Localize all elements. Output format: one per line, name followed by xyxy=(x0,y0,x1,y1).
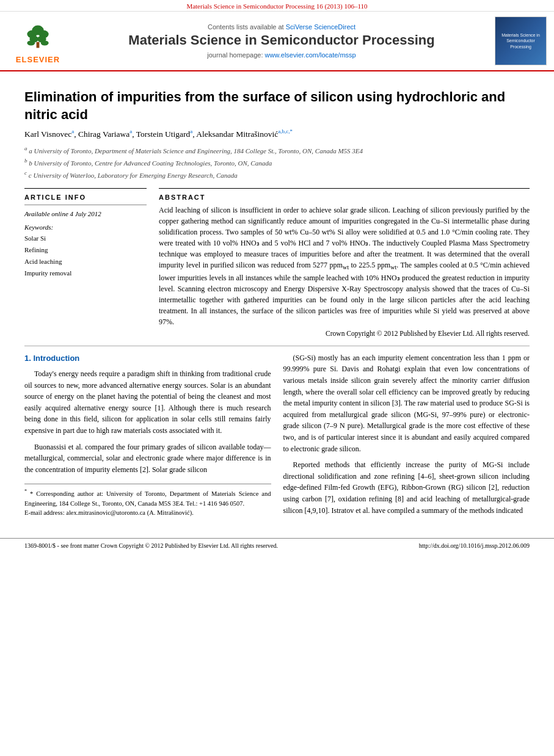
body-content: 1. Introduction Today's energy needs req… xyxy=(24,352,530,521)
abstract-section: ABSTRACT Acid leaching of silicon is ins… xyxy=(159,188,530,336)
journal-bar: Materials Science in Semiconductor Proce… xyxy=(0,0,554,12)
keyword-4: Impurity removal xyxy=(24,267,147,279)
body-right-col: (SG-Si) mostly has an each impurity elem… xyxy=(283,352,530,521)
footnote-corresponding: * * Corresponding author at: University … xyxy=(24,488,271,508)
intro-paragraph-1: Today's energy needs require a paradigm … xyxy=(24,368,271,437)
svg-rect-5 xyxy=(37,42,40,48)
info-divider xyxy=(24,205,147,205)
sciverse-link[interactable]: SciVerse ScienceDirect xyxy=(286,23,355,31)
keywords-heading: Keywords: xyxy=(24,224,147,231)
journal-title: Materials Science in Semiconductor Proce… xyxy=(75,32,489,48)
info-abstract-section: ARTICLE INFO Available online 4 July 201… xyxy=(24,188,530,336)
sciverse-text: Contents lists available at SciVerse Sci… xyxy=(75,23,489,31)
intro-paragraph-2: Buonassisi et al. compared the four prim… xyxy=(24,442,271,476)
elsevier-wordmark: ELSEVIER xyxy=(16,55,60,64)
homepage-link[interactable]: www.elsevier.com/locate/mssp xyxy=(265,51,356,59)
bottom-bar: 1369-8001/$ - see front matter Crown Cop… xyxy=(0,538,554,553)
section-divider xyxy=(24,346,530,346)
svg-point-6 xyxy=(27,40,35,45)
right-paragraph-2: Reported methods that efficiently increa… xyxy=(283,459,530,516)
doi-text: http://dx.doi.org/10.1016/j.mssp.2012.06… xyxy=(419,542,530,549)
svg-point-7 xyxy=(41,40,49,45)
footnote-email: E-mail address: alex.mitrasinovic@utoron… xyxy=(24,508,271,518)
copyright-line: Crown Copyright © 2012 Published by Else… xyxy=(159,330,530,337)
issn-text: 1369-8001/$ - see front matter Crown Cop… xyxy=(24,542,278,549)
homepage-text: journal homepage: www.elsevier.com/locat… xyxy=(75,51,489,59)
intro-heading: 1. Introduction xyxy=(24,352,271,365)
keyword-2: Refining xyxy=(24,244,147,256)
main-content: Elimination of impurities from the surfa… xyxy=(0,71,554,533)
elsevier-logo-area: ELSEVIER xyxy=(7,18,68,64)
elsevier-tree-logo xyxy=(10,18,65,55)
affiliations: a a University of Toronto, Department of… xyxy=(24,144,530,181)
available-online: Available online 4 July 2012 xyxy=(24,210,147,217)
body-left-col: 1. Introduction Today's energy needs req… xyxy=(24,352,271,521)
footnotes: * * Corresponding author at: University … xyxy=(24,484,271,518)
abstract-heading: ABSTRACT xyxy=(159,194,530,201)
journal-header: ELSEVIER Contents lists available at Sci… xyxy=(0,12,554,71)
journal-title-area: Contents lists available at SciVerse Sci… xyxy=(68,23,495,58)
abstract-text: Acid leaching of silicon is insufficient… xyxy=(159,205,530,327)
keyword-1: Solar Si xyxy=(24,233,147,244)
journal-thumbnail: Materials Science in Semiconductor Proce… xyxy=(495,16,547,65)
right-paragraph-1: (SG-Si) mostly has an each impurity elem… xyxy=(283,352,530,454)
journal-bar-text: Materials Science in Semiconductor Proce… xyxy=(186,2,367,10)
article-info-heading: ARTICLE INFO xyxy=(24,194,147,201)
authors-line: Karl Visnoveca, Chirag Variawaa, Torstei… xyxy=(24,128,530,139)
article-title: Elimination of impurities from the surfa… xyxy=(24,89,530,123)
keywords-list: Solar Si Refining Acid leaching Impurity… xyxy=(24,233,147,278)
keyword-3: Acid leaching xyxy=(24,256,147,267)
article-info-column: ARTICLE INFO Available online 4 July 201… xyxy=(24,188,147,336)
